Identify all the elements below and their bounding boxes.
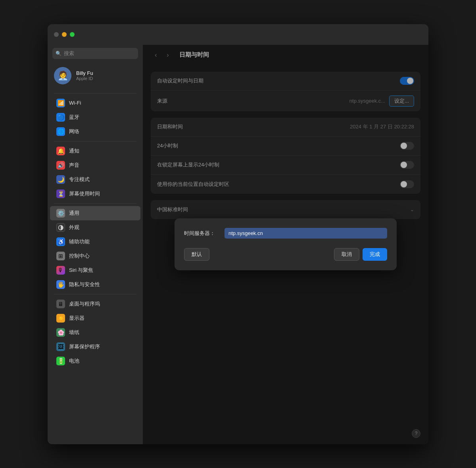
wallpaper-icon: 🌸	[56, 328, 65, 337]
sidebar-item-access[interactable]: ♿ 辅助功能	[50, 235, 140, 249]
general-icon: ⚙️	[56, 209, 65, 218]
default-button[interactable]: 默认	[184, 248, 209, 261]
maximize-button[interactable]	[70, 32, 75, 37]
screensaver-icon: 🖼	[56, 342, 65, 351]
user-name: Billy Fu	[76, 70, 93, 76]
sidebar-divider-2	[54, 141, 136, 141]
sidebar-divider-1	[54, 93, 136, 94]
battery-icon: 🔋	[56, 357, 65, 365]
desktop-icon: 🖥	[56, 300, 65, 308]
bluetooth-icon: 🔵	[56, 113, 65, 122]
sidebar-item-battery[interactable]: 🔋 电池	[50, 354, 140, 368]
dialog-field: 时间服务器：	[184, 228, 387, 239]
avatar: 🧑‍💼	[54, 67, 71, 84]
sidebar-item-siri[interactable]: 🎙 Siri 与聚焦	[50, 263, 140, 277]
siri-icon: 🎙	[56, 266, 65, 275]
sidebar-label-privacy: 隐私与安全性	[69, 281, 100, 288]
sidebar-item-screentime[interactable]: ⏳ 屏幕使用时间	[50, 187, 140, 201]
sidebar: 🔍 搜索 🧑‍💼 Billy Fu Apple ID 📶 Wi-Fi	[48, 45, 143, 444]
sidebar-label-general: 通用	[69, 210, 79, 217]
content-area: ‹ › 日期与时间 自动设定时间与日期 来源 ntp.sysgeek.c	[143, 45, 428, 444]
titlebar	[48, 24, 428, 45]
dialog: 时间服务器： 默认 取消 完成	[175, 218, 397, 270]
sidebar-label-focus: 专注模式	[69, 176, 90, 183]
sidebar-label-siri: Siri 与聚焦	[69, 267, 93, 274]
sidebar-item-focus[interactable]: 🌙 专注模式	[50, 172, 140, 187]
sidebar-label-network: 网络	[69, 128, 79, 135]
sidebar-item-sound[interactable]: 🔊 声音	[50, 158, 140, 172]
notify-icon: 🔔	[56, 147, 65, 155]
main-window: 🔍 搜索 🧑‍💼 Billy Fu Apple ID 📶 Wi-Fi	[48, 24, 428, 444]
sidebar-label-notify: 通知	[69, 147, 79, 155]
sidebar-label-appearance: 外观	[69, 224, 79, 231]
sidebar-label-screensaver: 屏幕保护程序	[69, 343, 100, 350]
wifi-icon: 📶	[56, 99, 65, 107]
sidebar-item-desktop[interactable]: 🖥 桌面与程序坞	[50, 297, 140, 311]
sidebar-item-wifi[interactable]: 📶 Wi-Fi	[50, 96, 140, 110]
sidebar-label-wallpaper: 墙纸	[69, 329, 79, 336]
close-button[interactable]	[54, 32, 59, 37]
main-content: 🔍 搜索 🧑‍💼 Billy Fu Apple ID 📶 Wi-Fi	[48, 45, 428, 444]
sidebar-label-wifi: Wi-Fi	[69, 100, 81, 106]
display-icon: ☀️	[56, 314, 65, 323]
dialog-field-label: 时间服务器：	[184, 230, 220, 237]
sidebar-divider-4	[54, 294, 136, 294]
traffic-lights	[54, 32, 75, 37]
minimize-button[interactable]	[62, 32, 67, 37]
sidebar-item-bluetooth[interactable]: 🔵 蓝牙	[50, 110, 140, 124]
sidebar-label-access: 辅助功能	[69, 238, 90, 245]
sidebar-item-wallpaper[interactable]: 🌸 墙纸	[50, 325, 140, 340]
done-button[interactable]: 完成	[363, 248, 387, 261]
search-icon: 🔍	[56, 51, 61, 56]
dialog-overlay: 时间服务器： 默认 取消 完成	[143, 45, 428, 444]
sidebar-item-screensaver[interactable]: 🖼 屏幕保护程序	[50, 340, 140, 354]
user-sub: Apple ID	[76, 76, 93, 81]
user-info: Billy Fu Apple ID	[76, 70, 93, 81]
sidebar-label-control: 控制中心	[69, 252, 90, 260]
network-icon: 🌐	[56, 127, 65, 136]
sidebar-item-notify[interactable]: 🔔 通知	[50, 144, 140, 158]
sidebar-label-screentime: 屏幕使用时间	[69, 190, 100, 197]
access-icon: ♿	[56, 237, 65, 246]
sidebar-label-battery: 电池	[69, 357, 79, 365]
sidebar-label-desktop: 桌面与程序坞	[69, 300, 100, 308]
sidebar-item-display[interactable]: ☀️ 显示器	[50, 311, 140, 325]
focus-icon: 🌙	[56, 175, 65, 184]
screentime-icon: ⏳	[56, 189, 65, 198]
appearance-icon: ◑	[56, 223, 65, 232]
sound-icon: 🔊	[56, 161, 65, 170]
cancel-button[interactable]: 取消	[334, 248, 359, 261]
sidebar-item-appearance[interactable]: ◑ 外观	[50, 220, 140, 235]
time-server-input[interactable]	[225, 228, 387, 239]
sidebar-label-bluetooth: 蓝牙	[69, 114, 79, 121]
user-profile[interactable]: 🧑‍💼 Billy Fu Apple ID	[48, 64, 143, 91]
sidebar-item-control[interactable]: ⊞ 控制中心	[50, 249, 140, 263]
sidebar-item-privacy[interactable]: 🖐 隐私与安全性	[50, 277, 140, 292]
dialog-btn-group: 取消 完成	[334, 248, 387, 261]
sidebar-label-display: 显示器	[69, 315, 84, 322]
privacy-icon: 🖐	[56, 280, 65, 289]
search-placeholder: 搜索	[64, 50, 74, 57]
control-icon: ⊞	[56, 252, 65, 260]
sidebar-label-sound: 声音	[69, 162, 79, 169]
sidebar-item-general[interactable]: ⚙️ 通用	[50, 206, 140, 220]
dialog-buttons: 默认 取消 完成	[184, 248, 387, 261]
sidebar-divider-3	[54, 203, 136, 204]
sidebar-item-network[interactable]: 🌐 网络	[50, 124, 140, 139]
search-bar[interactable]: 🔍 搜索	[52, 48, 138, 59]
